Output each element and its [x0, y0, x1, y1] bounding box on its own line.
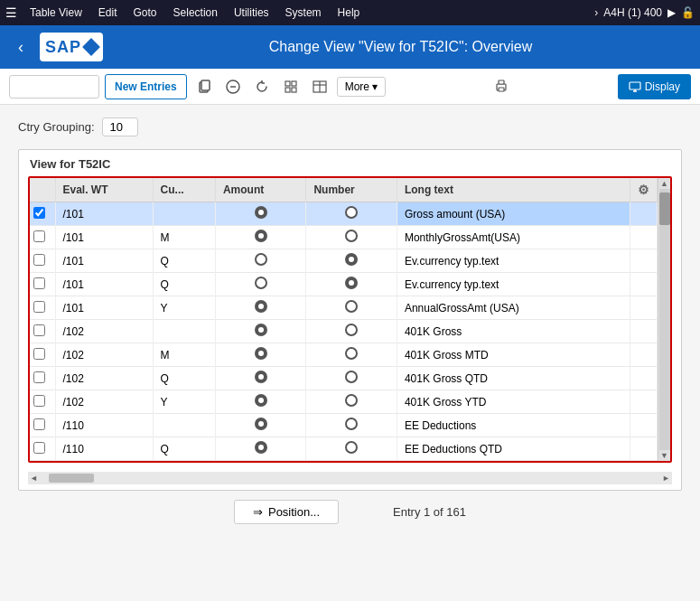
row-amount[interactable]: [215, 343, 306, 367]
copy-icon-button[interactable]: [192, 77, 216, 97]
row-number[interactable]: [306, 226, 397, 249]
row-amount[interactable]: [215, 202, 306, 226]
row-number[interactable]: [306, 202, 397, 226]
hscroll-right-arrow[interactable]: ►: [660, 474, 672, 483]
menu-item-edit[interactable]: Edit: [91, 4, 125, 22]
radio-empty-icon[interactable]: [345, 371, 358, 383]
radio-filled-icon[interactable]: [255, 347, 267, 360]
horizontal-scrollbar[interactable]: ◄ ►: [28, 472, 672, 484]
table-row: /101MMonthlyGrossAmt(USA): [30, 226, 658, 249]
radio-filled-icon[interactable]: [345, 277, 358, 289]
row-checkbox[interactable]: [33, 348, 45, 360]
radio-filled-icon[interactable]: [255, 324, 267, 336]
refresh-icon: [255, 80, 269, 94]
radio-empty-icon[interactable]: [345, 394, 358, 407]
row-checkbox[interactable]: [33, 442, 45, 454]
row-checkbox[interactable]: [33, 254, 45, 266]
row-amount[interactable]: [215, 226, 306, 249]
menu-item-system[interactable]: System: [278, 4, 329, 22]
th-settings[interactable]: ⚙: [630, 178, 658, 202]
th-longtext: Long text: [397, 178, 630, 202]
display-button[interactable]: Display: [618, 74, 691, 99]
row-number[interactable]: [306, 249, 397, 273]
toolbar: New Entries More ▾: [0, 69, 700, 105]
more-button[interactable]: More ▾: [337, 77, 386, 97]
menu-item-selection[interactable]: Selection: [166, 4, 225, 22]
title-bar: ‹ SAP Change View "View for T52IC": Over…: [0, 25, 700, 69]
sap-logo-text: SAP: [45, 38, 81, 57]
row-checkbox[interactable]: [33, 301, 45, 313]
scroll-thumb[interactable]: [659, 193, 670, 225]
svg-rect-13: [499, 88, 504, 91]
row-checkbox[interactable]: [33, 277, 45, 289]
row-number[interactable]: [306, 414, 397, 437]
radio-filled-icon[interactable]: [255, 418, 267, 430]
row-number[interactable]: [306, 343, 397, 367]
radio-filled-icon[interactable]: [255, 206, 267, 219]
delete-icon: [226, 80, 240, 94]
toolbar-dropdown[interactable]: [9, 75, 99, 99]
radio-filled-icon[interactable]: [255, 300, 267, 313]
row-number[interactable]: [306, 273, 397, 296]
row-amount[interactable]: [215, 414, 306, 437]
row-number[interactable]: [306, 390, 397, 414]
row-amount[interactable]: [215, 437, 306, 461]
table-icon-button[interactable]: [308, 77, 331, 97]
refresh-icon-button[interactable]: [250, 77, 274, 97]
hamburger-icon[interactable]: ☰: [5, 5, 17, 20]
radio-filled-icon[interactable]: [345, 253, 358, 266]
print-icon-button[interactable]: [490, 77, 513, 97]
radio-filled-icon[interactable]: [255, 394, 267, 407]
grid-icon-button[interactable]: [279, 77, 303, 97]
row-amount[interactable]: [215, 320, 306, 343]
minus-icon-button[interactable]: [221, 77, 245, 97]
row-checkbox[interactable]: [33, 418, 45, 430]
hscroll-thumb[interactable]: [49, 474, 94, 483]
menu-item-goto[interactable]: Goto: [126, 4, 164, 22]
row-amount[interactable]: [215, 249, 306, 273]
row-amount[interactable]: [215, 273, 306, 296]
row-settings-cell: [630, 367, 658, 390]
row-checkbox[interactable]: [33, 371, 45, 383]
radio-empty-icon[interactable]: [345, 300, 358, 313]
vertical-scrollbar[interactable]: ▲ ▼: [658, 178, 670, 461]
menu-item-tableview[interactable]: Table View: [23, 4, 89, 22]
radio-filled-icon[interactable]: [255, 441, 267, 454]
row-checkbox[interactable]: [33, 324, 45, 336]
row-checkbox[interactable]: [33, 395, 45, 407]
radio-empty-icon[interactable]: [345, 347, 358, 360]
radio-filled-icon[interactable]: [255, 371, 267, 383]
svg-rect-7: [292, 88, 296, 92]
row-number[interactable]: [306, 437, 397, 461]
radio-empty-icon[interactable]: [345, 324, 358, 336]
row-amount[interactable]: [215, 296, 306, 320]
new-entries-button[interactable]: New Entries: [105, 74, 187, 99]
radio-filled-icon[interactable]: [255, 230, 267, 242]
settings-icon[interactable]: ⚙: [638, 183, 649, 197]
menu-item-utilities[interactable]: Utilities: [227, 4, 276, 22]
radio-empty-icon[interactable]: [345, 230, 358, 242]
radio-empty-icon[interactable]: [255, 277, 267, 289]
radio-empty-icon[interactable]: [255, 253, 267, 266]
hscroll-left-arrow[interactable]: ◄: [28, 474, 40, 483]
filter-row: Ctry Grouping: 10: [18, 117, 682, 136]
play-icon[interactable]: ▶: [667, 6, 676, 19]
scroll-up-arrow[interactable]: ▲: [660, 178, 668, 189]
row-amount[interactable]: [215, 390, 306, 414]
row-checkbox-cell: [30, 367, 55, 390]
row-number[interactable]: [306, 296, 397, 320]
row-number[interactable]: [306, 367, 397, 390]
row-checkbox[interactable]: [33, 207, 45, 219]
radio-empty-icon[interactable]: [345, 418, 358, 430]
position-button[interactable]: ⇒ Position...: [234, 500, 339, 524]
lock-icon[interactable]: 🔓: [681, 6, 695, 19]
menu-item-help[interactable]: Help: [331, 4, 368, 22]
row-amount[interactable]: [215, 367, 306, 390]
row-cu: [153, 202, 215, 226]
back-button[interactable]: ‹: [13, 36, 29, 59]
radio-empty-icon[interactable]: [345, 441, 358, 454]
row-checkbox[interactable]: [33, 230, 45, 242]
radio-empty-icon[interactable]: [345, 206, 358, 219]
row-number[interactable]: [306, 320, 397, 343]
scroll-down-arrow[interactable]: ▼: [660, 450, 668, 461]
